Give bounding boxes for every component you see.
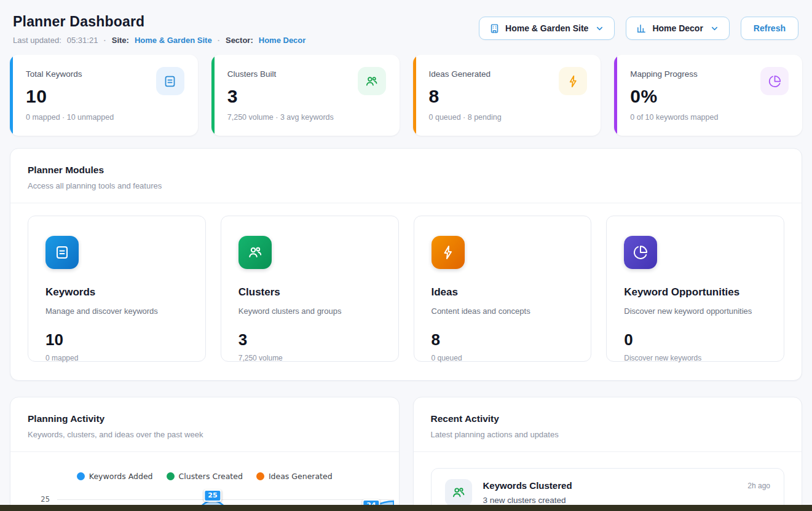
stat-card-total-keywords: Total Keywords 10 0 mapped · 10 unmapped [10, 55, 198, 136]
legend-dot-icon [167, 472, 175, 480]
legend-item-keywords-added[interactable]: Keywords Added [77, 472, 153, 481]
planner-dashboard-page: Planner Dashboard Last updated: 05:31:21… [0, 0, 812, 511]
module-value: 0 [624, 330, 767, 349]
legend-item-clusters-created[interactable]: Clusters Created [167, 472, 243, 481]
modules-subtitle: Access all planning tools and features [28, 181, 784, 190]
sector-link[interactable]: Home Decor [259, 36, 306, 45]
legend-item-ideas-generated[interactable]: Ideas Generated [256, 472, 333, 481]
stat-card-mapping-progress: Mapping Progress 0% 0 of 10 keywords map… [614, 55, 802, 136]
bolt-icon [432, 236, 465, 269]
users-icon [358, 67, 386, 95]
module-sub-label: 0 queued [432, 354, 574, 362]
activity-timestamp: 2h ago [747, 479, 770, 490]
module-description: Content ideas and concepts [432, 306, 574, 316]
site-link[interactable]: Home & Garden Site [135, 36, 212, 45]
module-description: Discover new keyword opportunities [624, 306, 767, 316]
activity-text: Keywords Clustered 3 new clusters create… [483, 479, 737, 505]
document-icon [45, 236, 79, 269]
activity-chart: Keywords Added Clusters Created Ideas Ge… [10, 452, 399, 511]
modules-panel-header: Planner Modules Access all planning tool… [10, 149, 802, 203]
page-title: Planner Dashboard [13, 14, 305, 30]
pie-chart-icon [760, 67, 789, 95]
sector-selector-dropdown[interactable]: Home Decor [626, 17, 729, 40]
stat-card-clusters-built: Clusters Built 3 7,250 volume · 3 avg ke… [211, 55, 400, 136]
refresh-button[interactable]: Refresh [741, 17, 798, 40]
meta-separator: · [103, 36, 106, 45]
last-updated-label: Last updated: [13, 36, 61, 45]
activity-title: Keywords Clustered [483, 480, 737, 491]
meta-separator: · [218, 36, 220, 45]
planning-activity-header: Planning Activity Keywords, clusters, an… [10, 397, 399, 451]
y-axis-tick: 25 [34, 495, 50, 504]
stat-subtitle: 7,250 volume · 3 avg keywords [227, 113, 384, 122]
recent-activity-header: Recent Activity Latest planning actions … [414, 397, 802, 451]
site-selector-label: Home & Garden Site [505, 23, 588, 33]
legend-label: Ideas Generated [269, 472, 333, 481]
planning-activity-panel: Planning Activity Keywords, clusters, an… [10, 397, 400, 511]
module-title: Keyword Opportunities [624, 286, 767, 298]
bar-chart-icon [636, 23, 647, 34]
header-left: Planner Dashboard Last updated: 05:31:21… [13, 14, 305, 45]
activity-list: Keywords Clustered 3 new clusters create… [414, 452, 802, 511]
module-title: Ideas [432, 286, 574, 298]
site-selector-dropdown[interactable]: Home & Garden Site [479, 17, 615, 40]
page-header: Planner Dashboard Last updated: 05:31:21… [10, 14, 802, 45]
site-label: Site: [112, 36, 129, 45]
stats-row: Total Keywords 10 0 mapped · 10 unmapped… [10, 55, 802, 136]
last-updated-time: 05:31:21 [67, 36, 98, 45]
users-icon [238, 236, 272, 269]
stat-card-ideas-generated: Ideas Generated 8 0 queued · 8 pending [413, 55, 601, 136]
stat-subtitle: 0 mapped · 10 unmapped [26, 113, 182, 122]
module-sub-label: 7,250 volume [238, 354, 381, 362]
module-card-ideas[interactable]: Ideas Content ideas and concepts 8 0 que… [414, 216, 592, 362]
bottom-edge-bar [0, 505, 812, 511]
users-icon [445, 479, 472, 506]
modules-title: Planner Modules [28, 165, 784, 176]
building-icon [489, 23, 500, 34]
bottom-row: Planning Activity Keywords, clusters, an… [10, 397, 802, 511]
pie-chart-icon [624, 236, 657, 269]
module-sub-label: Discover new keywords [624, 354, 767, 362]
module-title: Clusters [238, 286, 381, 298]
recent-activity-subtitle: Latest planning actions and updates [431, 430, 785, 439]
stat-subtitle: 0 queued · 8 pending [429, 113, 585, 122]
module-description: Keyword clusters and groups [238, 306, 381, 316]
planning-activity-title: Planning Activity [28, 413, 382, 424]
header-actions: Home & Garden Site Home Decor Refresh [479, 17, 798, 40]
chevron-down-icon [710, 24, 719, 33]
planner-modules-panel: Planner Modules Access all planning tool… [10, 148, 802, 381]
activity-description: 3 new clusters created [483, 496, 737, 505]
refresh-label: Refresh [754, 23, 786, 33]
sector-label: Sector: [226, 36, 253, 45]
module-title: Keywords [45, 286, 188, 298]
legend-label: Clusters Created [179, 472, 243, 481]
data-point-label: 25 [203, 490, 221, 502]
modules-grid: Keywords Manage and discover keywords 10… [10, 203, 802, 380]
module-card-keyword-opportunities[interactable]: Keyword Opportunities Discover new keywo… [606, 216, 784, 362]
module-sub-label: 0 mapped [45, 354, 188, 362]
sector-selector-label: Home Decor [652, 23, 703, 33]
header-meta: Last updated: 05:31:21 · Site: Home & Ga… [13, 36, 305, 45]
bolt-icon [559, 67, 587, 95]
recent-activity-title: Recent Activity [431, 413, 785, 424]
recent-activity-panel: Recent Activity Latest planning actions … [413, 397, 803, 511]
chevron-down-icon [595, 24, 604, 33]
module-value: 3 [238, 330, 381, 349]
legend-dot-icon [77, 472, 85, 480]
legend-dot-icon [256, 472, 264, 480]
chart-legend: Keywords Added Clusters Created Ideas Ge… [10, 452, 399, 481]
stat-subtitle: 0 of 10 keywords mapped [630, 113, 786, 122]
document-icon [156, 67, 184, 95]
module-description: Manage and discover keywords [45, 306, 188, 316]
module-card-clusters[interactable]: Clusters Keyword clusters and groups 3 7… [221, 216, 399, 362]
legend-label: Keywords Added [89, 472, 153, 481]
module-card-keywords[interactable]: Keywords Manage and discover keywords 10… [28, 216, 206, 362]
module-value: 10 [45, 330, 188, 349]
module-value: 8 [432, 330, 574, 349]
planning-activity-subtitle: Keywords, clusters, and ideas over the p… [28, 430, 382, 439]
